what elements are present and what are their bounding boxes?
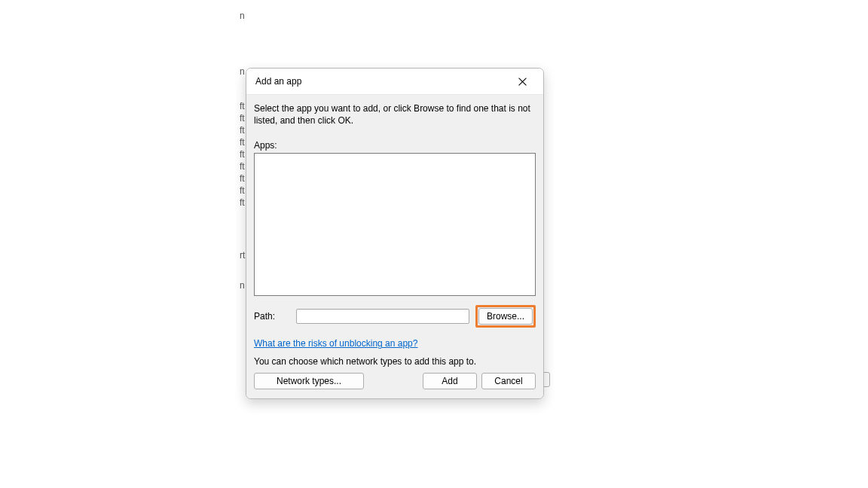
- add-button[interactable]: Add: [423, 373, 477, 389]
- browse-highlight: Browse...: [475, 305, 536, 328]
- dialog-title: Add an app: [255, 76, 507, 87]
- network-types-text: You can choose which network types to ad…: [254, 356, 536, 367]
- network-types-button[interactable]: Network types...: [254, 373, 364, 389]
- titlebar: Add an app: [246, 69, 543, 94]
- browse-button[interactable]: Browse...: [478, 308, 533, 325]
- cancel-button[interactable]: Cancel: [481, 373, 536, 389]
- close-button[interactable]: [507, 71, 537, 92]
- path-input[interactable]: [296, 309, 469, 324]
- path-row: Path: Browse...: [254, 305, 536, 328]
- add-app-dialog: Add an app Select the app you want to ad…: [246, 68, 544, 399]
- bottom-button-row: Network types... Add Cancel: [254, 373, 536, 389]
- apps-label: Apps:: [254, 140, 536, 151]
- instruction-text: Select the app you want to add, or click…: [254, 102, 536, 127]
- path-label: Path:: [254, 311, 290, 322]
- risk-link[interactable]: What are the risks of unblocking an app?: [254, 338, 417, 349]
- dialog-body: Select the app you want to add, or click…: [246, 94, 543, 398]
- apps-listbox[interactable]: [254, 153, 536, 296]
- close-icon: [518, 78, 527, 86]
